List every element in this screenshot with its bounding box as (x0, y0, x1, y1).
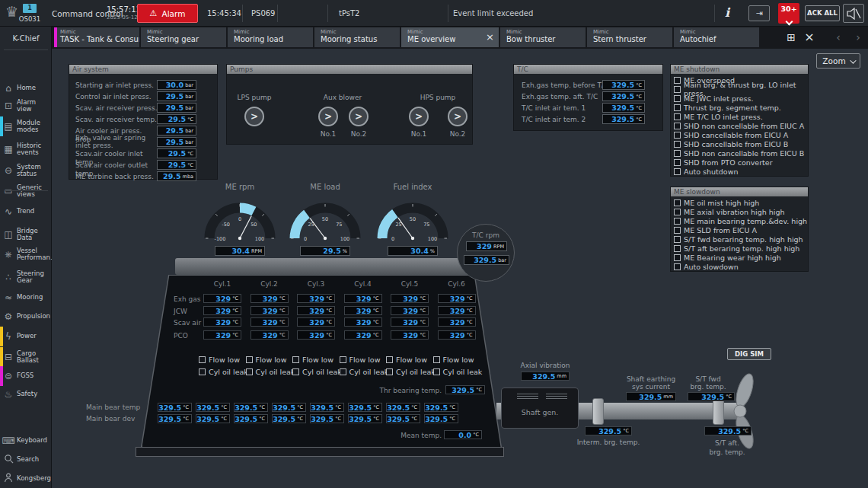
slowdown-checkbox[interactable] (674, 199, 681, 206)
sidebar-item-trend[interactable]: ∿Trend (0, 203, 52, 221)
tab-scroll-left-button[interactable]: ‹ (830, 30, 847, 45)
ack-all-button[interactable]: ACK ALL (805, 5, 840, 21)
flow-low-checkbox[interactable] (340, 356, 346, 363)
sidebar-item-propulsion[interactable]: ⚙Propulsion (0, 308, 52, 326)
slowdown-checkbox[interactable] (674, 236, 681, 243)
tc-exh-gas-temp-before-t-c-number: 329.5 (611, 81, 634, 89)
shutdown-checkbox[interactable] (674, 104, 681, 111)
sidebar-item-power[interactable]: ϟPower (0, 327, 52, 346)
sidebar-item-label: FGSS (17, 372, 50, 379)
sidebar-item-search[interactable]: Search (0, 451, 52, 469)
slowdown-checkbox[interactable] (674, 218, 681, 225)
pump-symbol-lps-pump[interactable]: > (244, 107, 264, 126)
shutdown-checkbox[interactable] (674, 95, 681, 102)
sidebar-item-alarm-view[interactable]: ⊡Alarm view (0, 97, 52, 115)
shutdown-checkbox[interactable] (674, 113, 681, 120)
slowdown-checkbox[interactable] (674, 209, 681, 215)
sidebar-item-system-status[interactable]: ⊖System status (0, 161, 52, 180)
sidebar-item-home[interactable]: ⌂Home (0, 79, 52, 97)
flow-low-checkbox[interactable] (292, 356, 299, 363)
pump-symbol-hps-pump-no-2[interactable]: > (448, 107, 468, 126)
shutdown-checkbox[interactable] (674, 77, 681, 84)
sidebar-item-kongsberg[interactable]: Kongsberg (0, 470, 52, 488)
topbar-divider (448, 5, 448, 22)
cyl-oil-leak-checkbox[interactable] (292, 368, 299, 375)
sidebar-item-cargo-ballast[interactable]: ⊟Cargo Ballast (0, 348, 52, 366)
cyl-oil-leak-checkbox[interactable] (433, 368, 440, 375)
tab-steering-gear[interactable]: MimicSteering gear (141, 27, 226, 47)
gauge-value-wrap: 30.4% (388, 246, 438, 256)
sidebar-item-keyboard[interactable]: ⌨Keyboard (0, 432, 52, 450)
sidebar-item-vessel-performan[interactable]: ⎈Vessel Performan… (0, 245, 52, 263)
sidebar-item-fgss[interactable]: ⊜FGSS (0, 367, 52, 385)
login-icon-button[interactable]: ⇥ (748, 5, 770, 21)
slowdown-checkbox[interactable] (674, 254, 681, 261)
flow-low-checkbox[interactable] (199, 356, 206, 363)
tab-bow-thruster[interactable]: MimicBow thruster (500, 27, 586, 47)
sidebar-item-mooring[interactable]: ≈Mooring (0, 289, 52, 307)
shutdown-checkbox[interactable] (674, 141, 681, 148)
sidebar-item-module-modes[interactable]: ▤Module modes (0, 117, 52, 136)
shutdown-checkbox[interactable] (674, 150, 681, 157)
shutdown-checkbox[interactable] (674, 132, 681, 139)
cyl-6-pco-number: 329 (450, 331, 465, 340)
sidebar-item-label: Cargo Ballast (17, 350, 50, 365)
tab-close-icon[interactable]: × (486, 31, 494, 43)
shutdown-checkbox[interactable] (674, 86, 681, 93)
tab-kind-label: Mimic (234, 29, 308, 35)
tab-mooring-status[interactable]: MimicMooring status (314, 27, 400, 47)
tc-pressure-unit: bar (498, 257, 506, 263)
unacknowledged-alarms-badge[interactable]: 30+ (778, 3, 799, 24)
air-air-cooler-air-press-drop: 29.5bar (157, 126, 196, 136)
tile-windows-button[interactable]: ⊞ (783, 30, 799, 45)
slowdown-checkbox[interactable] (674, 227, 681, 234)
sidebar-item-historic-events[interactable]: ▦Historic events (0, 140, 52, 158)
tab-kind-label: Mimic (60, 29, 135, 35)
gauge-value-fuel-index: 30.4% (388, 246, 438, 256)
main-bear-temp-6-number: 329.5 (349, 403, 372, 412)
close-window-button[interactable]: × (801, 30, 818, 45)
flow-low-checkbox[interactable] (433, 356, 440, 363)
pump-symbol-aux-blower-no-1[interactable]: > (318, 107, 338, 126)
tab-scroll-right-button[interactable]: › (850, 30, 866, 45)
tab-mooring-load[interactable]: MimicMooring load (228, 27, 313, 47)
tab-me-overview[interactable]: MimicME overview× (401, 27, 499, 47)
main-bear-temp-7: 329.5°C (386, 403, 420, 412)
tab-task-tank-consumers[interactable]: MimicTASK - Tank & Consumers (54, 27, 139, 47)
mute-horn-button[interactable] (843, 4, 864, 23)
sidebar-item-generic-views[interactable]: ▭Generic views (0, 182, 52, 200)
st-aft-unit: °C (742, 428, 748, 434)
alarm-button[interactable]: ⚠ Alarm (137, 4, 198, 23)
cyl-4-exh-gas-number: 329 (356, 295, 372, 303)
dig-sim-button[interactable]: DIG SIM (727, 348, 771, 360)
cyl-oil-leak-checkbox[interactable] (340, 368, 346, 375)
cyl-3-jcw-number: 329 (309, 307, 324, 315)
slowdown-checkbox[interactable] (674, 263, 681, 270)
sidebar-item-steering-gear[interactable]: ∴Steering Gear (0, 268, 52, 286)
flow-low-checkbox[interactable] (386, 356, 393, 363)
shutdown-checkbox[interactable] (674, 123, 681, 129)
zoom-dropdown[interactable]: Zoom (816, 53, 860, 69)
flow-low-checkbox[interactable] (246, 356, 253, 363)
system-status-icon: ⊖ (0, 165, 17, 176)
info-icon[interactable]: i (725, 5, 729, 20)
sidebar-item-safety[interactable]: ♨Safety (0, 385, 52, 403)
tab-autochief[interactable]: MimicAutochief (674, 27, 759, 47)
shutdown-checkbox[interactable] (674, 159, 681, 166)
slowdown-item-me-oil-mist-high-high: ME oil mist high high (674, 198, 808, 207)
flow-low-label: Flow low (349, 356, 381, 364)
sidebar-item-bridge-data[interactable]: ◫Bridge Data (0, 225, 52, 244)
slowdown-checkbox[interactable] (674, 245, 681, 252)
pump-symbol-aux-blower-no-2[interactable]: > (349, 107, 369, 126)
tab-stern-thruster[interactable]: MimicStern thruster (587, 27, 672, 47)
cyl-oil-leak-checkbox[interactable] (386, 368, 393, 375)
tab-label: ME overview (407, 35, 494, 43)
cyl-oil-leak-checkbox[interactable] (199, 368, 206, 375)
air-air-cooler-air-press-drop-unit: bar (185, 128, 193, 134)
engine-top-rail (175, 258, 470, 275)
tab-kind-label: Mimic (680, 29, 755, 35)
shutdown-checkbox[interactable] (674, 168, 681, 175)
cyl-oil-leak-checkbox[interactable] (246, 368, 253, 375)
slowdown-item-me-sld-from-eicu-a: ME SLD from EICU A (674, 225, 808, 234)
pump-symbol-hps-pump-no-1[interactable]: > (409, 107, 429, 126)
